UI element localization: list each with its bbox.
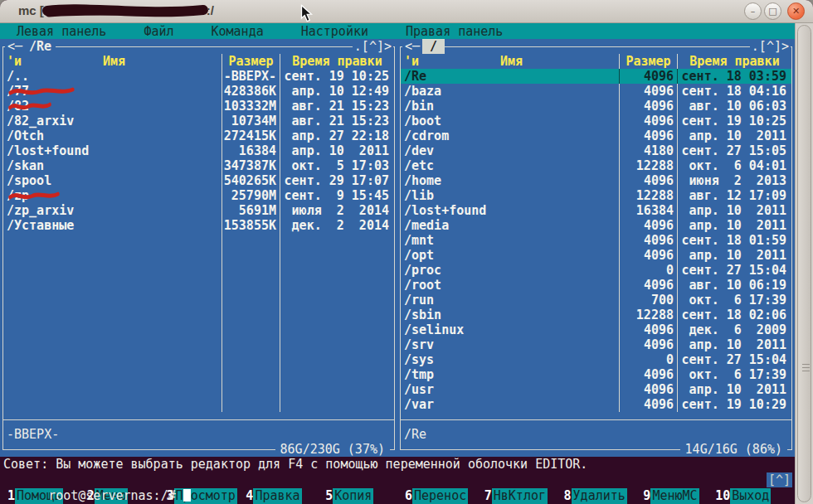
panel-history-button[interactable]: .[^]> bbox=[750, 39, 791, 54]
file-row[interactable]: /skan 347387K окт. 5 17:03 bbox=[3, 158, 394, 173]
file-row[interactable]: /lost+found 16384 апр. 10 2011 bbox=[401, 203, 791, 218]
file-list: /Re 4096 сент. 18 03:59 /baza 4096 сент.… bbox=[401, 69, 791, 412]
function-key-button[interactable]: 8 Удалить bbox=[557, 488, 636, 504]
file-row[interactable]: /.. -ВВЕРХ- сент. 19 10:25 bbox=[3, 69, 394, 84]
menubar: Левая панельФайлКомандаНастройкиПравая п… bbox=[0, 23, 795, 39]
column-header-size[interactable]: Размер bbox=[619, 54, 677, 69]
menu-item[interactable]: Команда bbox=[212, 24, 264, 39]
minimize-button[interactable]: – bbox=[744, 2, 762, 20]
redaction-scribble bbox=[8, 100, 51, 113]
disk-usage-summary: 14G/16G (86%) bbox=[680, 442, 787, 457]
mc-window: mc [:/ – □ ✕ Левая панельФайлКомандаНаст… bbox=[0, 0, 813, 504]
menu-item[interactable]: Правая панель bbox=[406, 24, 503, 39]
file-row bbox=[3, 337, 394, 352]
mini-status: -ВВЕРХ- bbox=[0, 427, 397, 442]
menu-item[interactable]: Левая панель bbox=[17, 24, 106, 39]
left-panel: <─ /Re .[^]> 'и Имя Размер Время правки … bbox=[0, 39, 397, 457]
file-row bbox=[3, 352, 394, 367]
column-header-name[interactable]: Имя bbox=[419, 54, 604, 69]
maximize-button[interactable]: □ bbox=[764, 2, 781, 20]
scrollbar-thumb[interactable] bbox=[797, 25, 811, 502]
file-row[interactable]: /zp_arxiv 5691M июля 2 2014 bbox=[3, 203, 394, 218]
function-key-button[interactable]: 7 НвКтлог bbox=[477, 488, 557, 504]
close-icon: ✕ bbox=[792, 6, 800, 17]
function-key-button[interactable]: 9 МенюМС bbox=[635, 488, 715, 504]
panel-back-button[interactable]: <─ bbox=[5, 39, 25, 54]
scrollbar[interactable] bbox=[795, 23, 813, 504]
column-header-time[interactable]: Время правки bbox=[677, 54, 791, 69]
file-row[interactable]: /Re 4096 сент. 18 03:59 bbox=[401, 69, 791, 84]
file-row[interactable]: /lib 12288 авг. 12 17:09 bbox=[401, 188, 791, 203]
file-row[interactable]: /usr 4096 апр. 10 2011 bbox=[401, 382, 791, 397]
file-row[interactable]: /opt 4096 апр. 10 2011 bbox=[401, 248, 791, 263]
mini-status: /Re bbox=[397, 427, 795, 442]
file-row[interactable]: /run 700 окт. 6 17:39 bbox=[401, 293, 791, 308]
file-row[interactable]: /spool 540265K сент. 29 17:07 bbox=[3, 173, 394, 188]
panel-back-button[interactable]: <─ bbox=[402, 39, 422, 54]
shell-prompt: root@servernas:/# bbox=[48, 488, 176, 503]
redaction-scribble bbox=[8, 190, 60, 202]
column-header-name[interactable]: Имя bbox=[22, 54, 207, 69]
file-row bbox=[3, 367, 394, 382]
titlebar[interactable]: mc [:/ – □ ✕ bbox=[0, 0, 813, 23]
function-key-button[interactable]: 6 Перенос bbox=[397, 488, 477, 504]
terminal-cursor bbox=[183, 489, 191, 502]
panel-path[interactable]: / bbox=[422, 39, 445, 54]
file-row[interactable]: /82_arxiv 10734M авг. 21 15:23 bbox=[3, 114, 394, 128]
right-panel: <─ / .[^]> 'и Имя Размер Время правки /R… bbox=[397, 39, 795, 457]
sort-indicator: 'и bbox=[404, 54, 419, 69]
file-list: /.. -ВВЕРХ- сент. 19 10:25 /77 428386K а… bbox=[3, 69, 394, 412]
file-row[interactable]: /baza 4096 сент. 18 04:16 bbox=[401, 84, 791, 99]
panel-history-button[interactable]: .[^]> bbox=[353, 39, 393, 54]
file-row[interactable]: /media 4096 апр. 10 2011 bbox=[401, 218, 791, 233]
file-row[interactable]: /srv 4096 апр. 10 2011 bbox=[401, 337, 791, 352]
maximize-icon: □ bbox=[768, 6, 776, 17]
menu-item[interactable]: Настройки bbox=[301, 24, 368, 39]
terminal: Левая панельФайлКомандаНастройкиПравая п… bbox=[0, 23, 795, 504]
file-row[interactable]: /zp 25790M сент. 9 15:45 bbox=[3, 188, 394, 203]
menu-item[interactable]: Файл bbox=[144, 24, 173, 39]
minimize-icon: – bbox=[751, 6, 756, 17]
file-row bbox=[3, 322, 394, 337]
file-row[interactable]: /sys 0 сент. 27 15:04 bbox=[401, 352, 791, 367]
mouse-cursor-icon bbox=[300, 4, 314, 23]
panel-separator bbox=[3, 412, 394, 427]
file-row[interactable]: /sbin 12288 сент. 18 02:06 bbox=[401, 308, 791, 322]
file-row[interactable]: /cdrom 4096 апр. 10 2011 bbox=[401, 128, 791, 143]
file-row[interactable]: /boot 4096 сент. 19 10:25 bbox=[401, 114, 791, 128]
file-row[interactable]: /mnt 4096 сент. 18 01:59 bbox=[401, 233, 791, 248]
file-row[interactable]: /proc 0 сент. 27 15:04 bbox=[401, 263, 791, 278]
close-button[interactable]: ✕ bbox=[787, 2, 805, 20]
sort-indicator: 'и bbox=[7, 54, 22, 69]
redaction-scribble bbox=[42, 3, 208, 18]
file-row[interactable]: /bin 4096 авг. 10 06:03 bbox=[401, 99, 791, 114]
file-row bbox=[3, 397, 394, 412]
file-row[interactable]: /77 428386K апр. 10 12:49 bbox=[3, 84, 394, 99]
command-history-button[interactable]: [^] bbox=[767, 472, 792, 487]
panel-path[interactable]: /Re bbox=[25, 39, 56, 54]
file-row[interactable]: /etc 12288 окт. 6 04:01 bbox=[401, 158, 791, 173]
file-row bbox=[3, 263, 394, 278]
file-row[interactable]: /82 103332M авг. 21 15:23 bbox=[3, 99, 394, 114]
function-key-button[interactable]: 5 Копия bbox=[318, 488, 397, 504]
file-row[interactable]: /lost+found 16384 апр. 10 2011 bbox=[3, 143, 394, 158]
file-row[interactable]: /var 4096 сент. 19 10:29 bbox=[401, 397, 791, 412]
file-row[interactable]: /Otch 272415K апр. 27 22:18 bbox=[3, 128, 394, 143]
file-row bbox=[3, 278, 394, 293]
file-row[interactable]: /selinux 4096 дек. 6 2009 bbox=[401, 322, 791, 337]
function-key-button[interactable]: 4 Правка bbox=[238, 488, 318, 504]
panel-separator bbox=[401, 412, 791, 427]
file-row[interactable]: /tmp 4096 окт. 6 17:39 bbox=[401, 367, 791, 382]
column-header-time[interactable]: Время правки bbox=[280, 54, 394, 69]
function-key-button[interactable]: 10 Выход bbox=[715, 488, 795, 504]
file-row[interactable]: /dev 4180 сент. 27 15:05 bbox=[401, 143, 791, 158]
file-row[interactable]: /Уставные 153855K дек. 2 2014 bbox=[3, 218, 394, 233]
column-header-size[interactable]: Размер bbox=[222, 54, 280, 69]
window-title: mc [:/ bbox=[18, 3, 214, 18]
command-line[interactable]: root@servernas:/# [^] bbox=[0, 472, 795, 488]
file-row[interactable]: /root 4096 авг. 10 06:19 bbox=[401, 278, 791, 293]
file-row[interactable]: /home 4096 июня 2 2013 bbox=[401, 173, 791, 188]
file-row bbox=[3, 248, 394, 263]
redaction-scribble bbox=[8, 85, 75, 98]
file-row bbox=[3, 308, 394, 322]
